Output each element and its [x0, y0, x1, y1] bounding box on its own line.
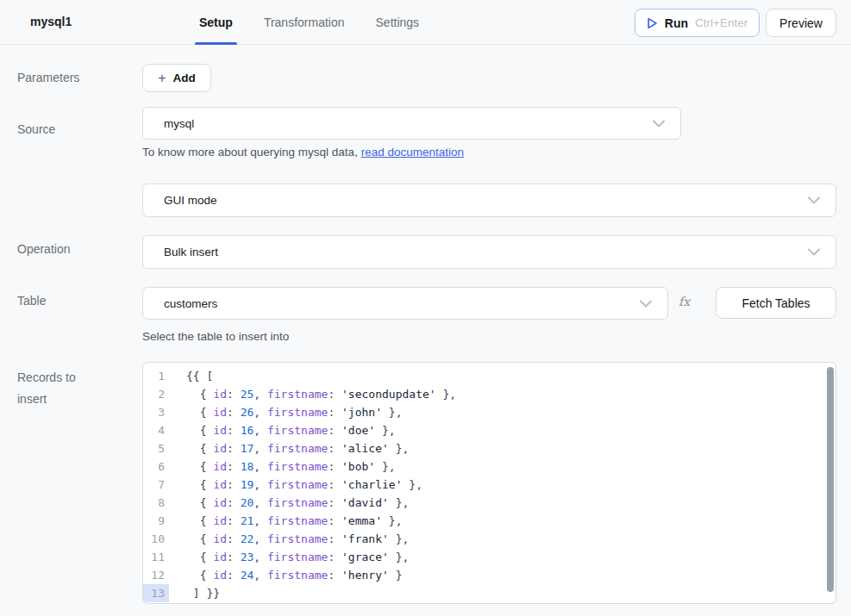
- chevron-down-icon: [653, 120, 665, 128]
- code-text: { id: 23, firstname: 'grace' },: [169, 548, 409, 566]
- code-line[interactable]: 4 { id: 16, firstname: 'doe' },: [143, 421, 835, 439]
- parameters-label: Parameters: [17, 67, 79, 89]
- line-number: 4: [143, 421, 169, 439]
- code-line[interactable]: 12 { id: 24, firstname: 'henry' }: [143, 566, 835, 584]
- add-parameter-button[interactable]: + Add: [142, 64, 211, 92]
- code-line[interactable]: 10 { id: 22, firstname: 'frank' },: [143, 530, 835, 548]
- code-line[interactable]: 7 { id: 19, firstname: 'charlie' },: [143, 476, 835, 494]
- code-text: { id: 21, firstname: 'emma' },: [169, 512, 403, 530]
- code-text: { id: 24, firstname: 'henry' }: [169, 566, 403, 584]
- mode-select[interactable]: GUI mode: [142, 184, 836, 217]
- fx-toggle-icon[interactable]: fx: [679, 295, 690, 308]
- tab-settings[interactable]: Settings: [372, 0, 424, 45]
- chevron-down-icon: [808, 196, 820, 204]
- source-helper-prefix: To know more about querying mysql data,: [142, 146, 361, 159]
- chevron-down-icon: [808, 248, 820, 256]
- code-line[interactable]: 6 { id: 18, firstname: 'bob' },: [143, 457, 835, 476]
- line-number: 9: [143, 512, 169, 530]
- operation-label: Operation: [17, 239, 70, 260]
- line-number: 1: [143, 367, 169, 385]
- line-number: 6: [143, 457, 169, 476]
- query-header: mysql1 SetupTransformationSettings Run C…: [0, 0, 851, 45]
- code-line[interactable]: 8 { id: 20, firstname: 'david' },: [143, 494, 835, 512]
- editor-scrollbar[interactable]: [827, 367, 834, 592]
- table-select[interactable]: customers: [142, 287, 668, 320]
- tab-setup[interactable]: Setup: [195, 0, 237, 45]
- code-text: { id: 26, firstname: 'john' },: [169, 403, 403, 421]
- play-icon: [647, 17, 658, 29]
- source-select[interactable]: mysql: [142, 107, 681, 140]
- header-actions: Run Ctrl+Enter Preview: [635, 9, 836, 37]
- line-number: 2: [143, 385, 169, 403]
- line-number: 12: [143, 566, 169, 584]
- line-number: 8: [143, 494, 169, 512]
- code-line[interactable]: 2 { id: 25, firstname: 'secondupdate' },: [143, 385, 835, 403]
- source-label: Source: [17, 119, 55, 140]
- code-line[interactable]: 11 { id: 23, firstname: 'grace' },: [143, 548, 835, 566]
- code-text: {{ [: [169, 367, 213, 385]
- line-number: 3: [143, 403, 169, 421]
- records-label: Records to insert: [17, 367, 99, 410]
- read-documentation-link[interactable]: read documentation: [361, 146, 464, 159]
- preview-button[interactable]: Preview: [766, 9, 836, 37]
- add-label: Add: [173, 72, 196, 84]
- line-number: 10: [143, 530, 169, 548]
- source-helper-text: To know more about querying mysql data, …: [142, 146, 464, 159]
- plus-icon: +: [158, 72, 166, 85]
- table-value: customers: [164, 297, 640, 310]
- mode-value: GUI mode: [164, 194, 808, 207]
- code-line[interactable]: 9 { id: 21, firstname: 'emma' },: [143, 512, 835, 530]
- query-editor-panel: mysql1 SetupTransformationSettings Run C…: [0, 0, 851, 616]
- records-code-editor[interactable]: 1{{ [2 { id: 25, firstname: 'secondupdat…: [142, 362, 836, 604]
- operation-select[interactable]: Bulk insert: [142, 235, 836, 269]
- line-number: 5: [143, 439, 169, 457]
- line-number: 7: [143, 476, 169, 494]
- table-helper-text: Select the table to insert into: [142, 330, 289, 343]
- query-name[interactable]: mysql1: [30, 15, 72, 28]
- code-text: { id: 18, firstname: 'bob' },: [169, 457, 396, 476]
- code-text: { id: 22, firstname: 'frank' },: [169, 530, 409, 548]
- code-lines: 1{{ [2 { id: 25, firstname: 'secondupdat…: [143, 363, 835, 603]
- chevron-down-icon: [640, 300, 652, 308]
- tab-transformation[interactable]: Transformation: [260, 0, 349, 45]
- code-text: { id: 25, firstname: 'secondupdate' },: [169, 385, 456, 403]
- source-value: mysql: [164, 117, 653, 130]
- code-text: { id: 20, firstname: 'david' },: [169, 494, 409, 512]
- tab-bar: SetupTransformationSettings: [195, 0, 423, 45]
- run-button[interactable]: Run Ctrl+Enter: [635, 9, 760, 37]
- line-number: 11: [143, 548, 169, 566]
- table-label: Table: [17, 290, 46, 312]
- run-label: Run: [665, 16, 688, 30]
- code-text: { id: 19, firstname: 'charlie' },: [169, 476, 422, 494]
- run-shortcut: Ctrl+Enter: [695, 16, 748, 29]
- line-number: 13: [143, 584, 169, 602]
- code-text: { id: 17, firstname: 'alice' },: [169, 439, 409, 457]
- code-line[interactable]: 5 { id: 17, firstname: 'alice' },: [143, 439, 835, 457]
- code-line[interactable]: 1{{ [: [143, 367, 835, 385]
- code-line[interactable]: 3 { id: 26, firstname: 'john' },: [143, 403, 835, 421]
- code-line[interactable]: 13 ] }}: [143, 584, 835, 602]
- operation-value: Bulk insert: [164, 246, 808, 258]
- code-text: ] }}: [169, 584, 220, 602]
- code-text: { id: 16, firstname: 'doe' },: [169, 421, 396, 439]
- fetch-tables-button[interactable]: Fetch Tables: [716, 287, 836, 319]
